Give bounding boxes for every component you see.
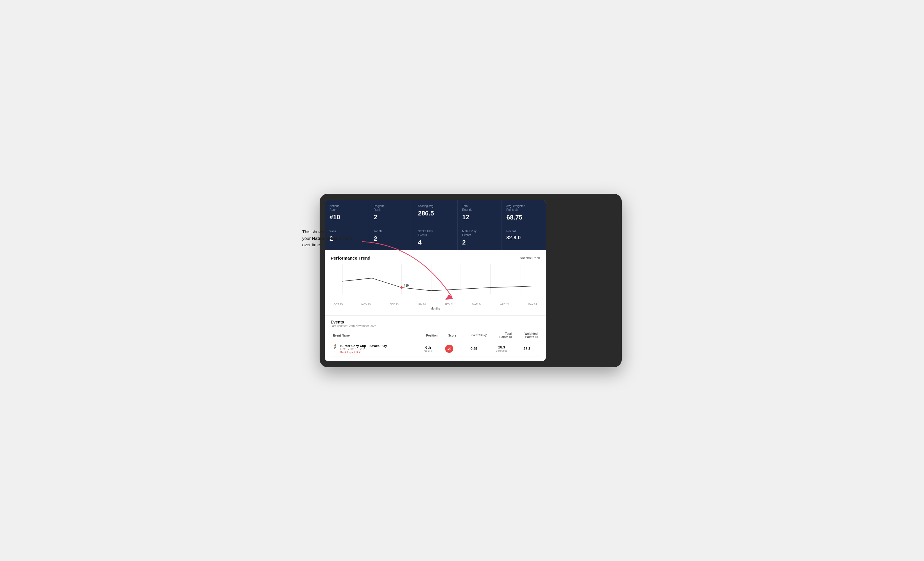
col-event-sg: Event SG ⓘ xyxy=(459,331,489,341)
event-total-points: 28.3 3 Rounds xyxy=(489,341,514,357)
stat-regional-rank: RegionalRank 2 xyxy=(369,200,413,225)
chart-x-labels: OCT 23 NOV 23 DEC 23 JAN 24 FEB 24 MAR 2… xyxy=(331,302,540,306)
x-label-may24: MAY 24 xyxy=(528,303,537,306)
chart-area: #10 xyxy=(331,264,540,302)
x-label-feb24: FEB 24 xyxy=(445,303,453,306)
events-section: Events Last updated: 24th November 2023 … xyxy=(325,316,546,361)
screen-content: NationalRank #10 RegionalRank 2 Scoring … xyxy=(325,200,546,361)
events-table: Event Name Position Score Event SG ⓘ Tot… xyxy=(331,331,540,357)
chevron-down-icon: ▼ xyxy=(358,351,361,354)
performance-section: Performance Trend National Rank xyxy=(325,250,546,316)
event-info-cell: 🏌 Buster Cozy Cup – Stroke Play Oct 9 - … xyxy=(331,341,416,357)
chart-svg: #10 xyxy=(331,264,540,302)
col-position: Position xyxy=(416,331,440,341)
stats-row1: NationalRank #10 RegionalRank 2 Scoring … xyxy=(325,200,546,225)
tablet-frame: NationalRank #10 RegionalRank 2 Scoring … xyxy=(320,194,622,367)
chart-axis-label: Months xyxy=(331,307,540,310)
events-last-updated: Last updated: 24th November 2023 xyxy=(331,325,540,328)
score-badge: -22 xyxy=(445,345,453,353)
stat-scoring-avg: Scoring Avg. 286.5 xyxy=(413,200,457,225)
x-label-oct23: OCT 23 xyxy=(334,303,343,306)
event-date: Oct 9 - Oct 10, 2023 xyxy=(340,347,387,351)
col-event-name: Event Name xyxy=(331,331,416,341)
tablet-screen: NationalRank #10 RegionalRank 2 Scoring … xyxy=(325,200,546,361)
stat-avg-weighted: Avg. WeightedPoints ⓘ 68.75 xyxy=(502,200,546,225)
col-total-points: TotalPoints ⓘ xyxy=(489,331,514,341)
x-label-mar24: MAR 24 xyxy=(472,303,482,306)
rank-impact: Rank Impact: 3 ▼ xyxy=(340,351,387,354)
stat-stroke-play: Stroke PlayEvents 4 xyxy=(413,225,457,250)
x-label-dec23: DEC 23 xyxy=(389,303,399,306)
event-weighted-points: 28.3 xyxy=(514,341,540,357)
x-label-nov23: NOV 23 xyxy=(362,303,371,306)
col-weighted-points: WeightedPoints ⓘ xyxy=(514,331,540,341)
tooltip-annotation: This shows you your National Rank trend … xyxy=(302,229,360,248)
events-title: Events xyxy=(331,320,540,325)
event-score: -22 xyxy=(440,341,459,357)
svg-text:#10: #10 xyxy=(404,284,409,287)
stat-total-rounds: TotalRounds 12 xyxy=(458,200,501,225)
x-label-apr24: APR 24 xyxy=(500,303,509,306)
stat-record: Record 32-8-0 xyxy=(502,225,546,250)
event-name: Buster Cozy Cup – Stroke Play xyxy=(340,344,387,347)
event-sg: 0.45 xyxy=(459,341,489,357)
events-table-body: 🏌 Buster Cozy Cup – Stroke Play Oct 9 - … xyxy=(331,341,540,357)
perf-rank-label: National Rank xyxy=(520,256,540,260)
golf-icon: 🏌 xyxy=(333,344,338,349)
perf-title: Performance Trend xyxy=(331,256,370,260)
stat-national-rank: NationalRank #10 xyxy=(325,200,369,225)
svg-point-9 xyxy=(400,286,403,289)
perf-header: Performance Trend National Rank xyxy=(331,256,540,260)
table-row: 🏌 Buster Cozy Cup – Stroke Play Oct 9 - … xyxy=(331,341,540,357)
col-score: Score xyxy=(440,331,459,341)
stat-top3s: Top 3s 2 xyxy=(369,225,413,250)
events-table-header: Event Name Position Score Event SG ⓘ Tot… xyxy=(331,331,540,341)
x-label-jan24: JAN 24 xyxy=(417,303,426,306)
stat-match-play: Match PlayEvents 2 xyxy=(458,225,501,250)
event-position: 6th out of 7 xyxy=(416,341,440,357)
outer-wrapper: This shows you your National Rank trend … xyxy=(302,194,622,367)
